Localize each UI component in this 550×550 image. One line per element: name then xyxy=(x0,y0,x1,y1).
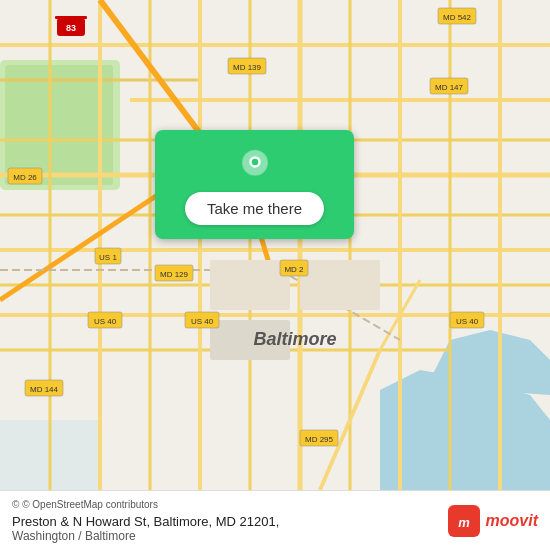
osm-link[interactable]: © OpenStreetMap contributors xyxy=(22,499,158,510)
svg-text:US 40: US 40 xyxy=(191,317,214,326)
svg-text:US 40: US 40 xyxy=(94,317,117,326)
svg-text:MD 147: MD 147 xyxy=(435,83,464,92)
copyright-symbol: © xyxy=(12,499,19,510)
map-background: 83 MD 542 MD 139 MD 147 MD 26 US 1 MD 12… xyxy=(0,0,550,490)
copyright-text: © © OpenStreetMap contributors xyxy=(12,499,279,510)
svg-text:MD 2: MD 2 xyxy=(284,265,304,274)
svg-rect-34 xyxy=(300,260,380,310)
svg-text:US 1: US 1 xyxy=(99,253,117,262)
svg-text:Baltimore: Baltimore xyxy=(253,329,336,349)
location-pin-icon xyxy=(237,148,273,184)
svg-text:m: m xyxy=(458,515,470,530)
moovit-logo[interactable]: m moovit xyxy=(448,505,538,537)
address-info: © © OpenStreetMap contributors Preston &… xyxy=(12,499,279,543)
map-container[interactable]: 83 MD 542 MD 139 MD 147 MD 26 US 1 MD 12… xyxy=(0,0,550,490)
popup-box: Take me there xyxy=(155,130,354,239)
city-text: Washington / Baltimore xyxy=(12,529,279,543)
moovit-icon: m xyxy=(448,505,480,537)
svg-text:MD 144: MD 144 xyxy=(30,385,59,394)
svg-text:MD 542: MD 542 xyxy=(443,13,472,22)
moovit-text: moovit xyxy=(486,512,538,530)
bottom-bar: © © OpenStreetMap contributors Preston &… xyxy=(0,490,550,550)
svg-rect-33 xyxy=(210,260,290,310)
svg-point-67 xyxy=(251,159,258,166)
svg-rect-5 xyxy=(5,65,113,185)
svg-text:US 40: US 40 xyxy=(456,317,479,326)
location-popup: Take me there xyxy=(155,130,354,239)
svg-rect-38 xyxy=(55,16,87,19)
svg-text:MD 26: MD 26 xyxy=(13,173,37,182)
svg-text:MD 129: MD 129 xyxy=(160,270,189,279)
take-me-there-button[interactable]: Take me there xyxy=(185,192,324,225)
address-text: Preston & N Howard St, Baltimore, MD 212… xyxy=(12,514,279,529)
svg-text:83: 83 xyxy=(66,23,76,33)
svg-text:MD 139: MD 139 xyxy=(233,63,262,72)
svg-text:MD 295: MD 295 xyxy=(305,435,334,444)
